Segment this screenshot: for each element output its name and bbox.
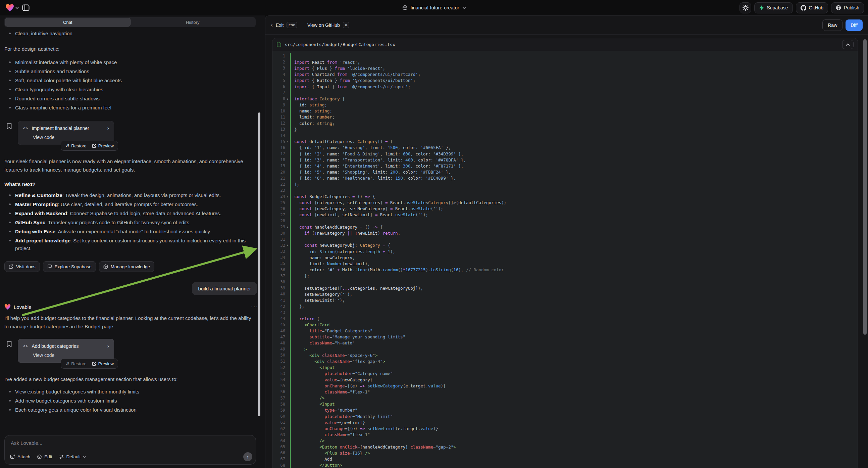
restore-button[interactable]: ↺ Restore <box>65 143 86 148</box>
restore-button[interactable]: ↺ Restore <box>65 361 86 366</box>
view-code-link[interactable]: View code <box>33 135 109 140</box>
code-line: 52 <Input <box>273 364 858 371</box>
assistant-text: I've added a new budget categories manag… <box>4 375 253 383</box>
whats-next-heading: What's next? <box>4 181 258 187</box>
code-line: 55 onChange={(e) => setNewCategory(e.tar… <box>273 383 858 389</box>
code-editor[interactable]: 12import React from 'react';3import { Pl… <box>273 51 858 468</box>
publish-button[interactable]: Publish <box>831 2 864 13</box>
view-on-github-button[interactable]: View on GitHub <box>307 23 340 28</box>
code-line: 17 { id: '2', name: 'Food & Dining', lim… <box>273 151 858 157</box>
code-line: 35 limit: Number(newLimit), <box>273 261 858 267</box>
code-line: 46 title="Budget Categories" <box>273 328 858 334</box>
g-key-badge: G <box>343 22 349 28</box>
message-menu-button[interactable]: ··· <box>251 304 258 310</box>
code-line: 45 <ChartCard <box>273 322 858 328</box>
view-code-link[interactable]: View code <box>33 352 109 358</box>
code-line: 65 <Button onClick={handleAddCategory} c… <box>273 444 858 450</box>
code-icon: <> <box>23 344 28 349</box>
code-line: 11 limit: number; <box>273 114 858 120</box>
diff-toggle-button[interactable]: Diff <box>845 20 863 31</box>
code-line: 66 <Plus size={16} /> <box>273 450 858 456</box>
code-line: 39 setCategories([...categories, newCate… <box>273 285 858 291</box>
whats-next-list: Refine & Customize: Tweak the design, an… <box>4 192 258 254</box>
target-icon <box>37 454 42 459</box>
bookmark-icon[interactable] <box>6 341 12 349</box>
attach-image-icon <box>10 454 15 459</box>
chat-panel: Chat History Clean, intuitive navigation… <box>0 16 265 468</box>
code-line: 43 <box>273 310 858 316</box>
code-line: 34 name: newCategory, <box>273 255 858 261</box>
raw-toggle-button[interactable]: Raw <box>823 20 842 31</box>
supabase-bolt-icon <box>759 5 764 10</box>
chat-input-box[interactable]: Attach Edit Default ↑ <box>4 435 256 465</box>
tab-history[interactable]: History <box>130 18 255 27</box>
list-item: Add new budget categories with custom li… <box>4 397 258 405</box>
code-line: 41 setNewLimit(''); <box>273 297 858 303</box>
preview-button[interactable]: Preview <box>92 361 114 366</box>
code-line: 37 }; <box>273 273 858 279</box>
list-item: Debug with Ease: Activate our experiment… <box>4 228 258 235</box>
code-line: 62 onChange={(e) => setNewLimit(e.target… <box>273 426 858 431</box>
visit-docs-button[interactable]: Visit docs <box>4 261 40 272</box>
code-line: 6import { Input } from '@/components/ui/… <box>273 84 858 90</box>
code-line: 61 value={newLimit} <box>273 419 858 426</box>
list-item: Clean typography with clear hierarchies <box>4 86 258 93</box>
version-card-title: Implement financial planner <box>32 125 89 131</box>
code-line: 14 <box>273 132 858 138</box>
external-link-icon <box>92 361 96 366</box>
list-item: Add project knowledge: Set key context o… <box>4 237 258 252</box>
back-chevron-icon[interactable]: ‹ <box>271 22 273 29</box>
chevron-right-icon: › <box>107 125 109 131</box>
code-line: 3import { Plus } from 'lucide-react'; <box>273 65 858 71</box>
code-line: 26 const [newCategory, setNewCategory] =… <box>273 206 858 212</box>
mode-selector[interactable]: Default <box>59 454 86 459</box>
chat-messages: Clean, intuitive navigation For the desi… <box>4 29 258 417</box>
code-scrollbar[interactable] <box>863 39 867 335</box>
code-line: 7 <box>273 90 858 96</box>
chat-input[interactable] <box>11 440 250 446</box>
github-button[interactable]: GitHub <box>796 2 829 13</box>
code-line: 25 const [categories, setCategories] = R… <box>273 200 858 206</box>
explore-supabase-button[interactable]: Explore Supabase <box>43 261 96 272</box>
design-heading: For the design aesthetic: <box>4 45 253 53</box>
sidebar-toggle-icon[interactable] <box>22 4 30 11</box>
chevron-right-icon: › <box>107 343 109 349</box>
manage-knowledge-button[interactable]: Manage knowledge <box>99 261 154 272</box>
code-line: 36 color: '#' + Math.floor(Math.random()… <box>273 267 858 273</box>
tab-chat[interactable]: Chat <box>5 18 130 27</box>
settings-button[interactable] <box>740 2 751 13</box>
chat-scrollbar[interactable] <box>258 113 260 416</box>
project-name: financial-future-creator <box>410 5 459 10</box>
version-card-toolbar: ↺ Restore Preview <box>61 141 118 151</box>
code-file-container: src/components/budget/BudgetCategories.t… <box>272 38 858 468</box>
collapse-file-button[interactable] <box>842 40 854 49</box>
attach-button[interactable]: Attach <box>10 454 30 459</box>
code-line: 15∨const defaultCategories: Category[] =… <box>273 139 858 145</box>
code-line: 29∨ const handleAddCategory = () => { <box>273 224 858 230</box>
list-item: Master Prompting: Use clear, detailed, a… <box>4 200 258 208</box>
supabase-button[interactable]: Supabase <box>754 2 793 13</box>
send-button[interactable]: ↑ <box>243 452 252 461</box>
code-line: 53 placeholder="Category name" <box>273 371 858 377</box>
assistant-name: Lovable <box>14 304 32 310</box>
globe-icon <box>402 5 407 10</box>
assistant-text: I'll help you add budget categories to t… <box>4 314 253 331</box>
code-line: 48 className="h-auto" <box>273 340 858 346</box>
lovable-logo-heart-icon[interactable] <box>5 4 19 12</box>
restore-icon: ↺ <box>65 143 69 148</box>
supabase-label: Supabase <box>767 5 788 10</box>
added-file-icon <box>276 41 281 47</box>
file-path-bar[interactable]: src/components/budget/BudgetCategories.t… <box>273 38 858 51</box>
list-item: Glass-morphic elements for a premium fee… <box>4 104 258 112</box>
list-item: Soft, neutral color palette with light b… <box>4 77 258 84</box>
code-line: 23 <box>273 187 858 194</box>
project-switcher[interactable]: financial-future-creator <box>402 0 466 16</box>
preview-button[interactable]: Preview <box>92 143 114 148</box>
version-card-title: Add budget categories <box>32 344 79 349</box>
exit-button[interactable]: Exit <box>276 23 283 28</box>
edit-button[interactable]: Edit <box>37 454 52 459</box>
code-line: 22]; <box>273 181 858 187</box>
code-line: 13} <box>273 126 858 132</box>
bookmark-icon[interactable] <box>6 123 12 130</box>
code-line: 63 className="flex-1" <box>273 432 858 438</box>
